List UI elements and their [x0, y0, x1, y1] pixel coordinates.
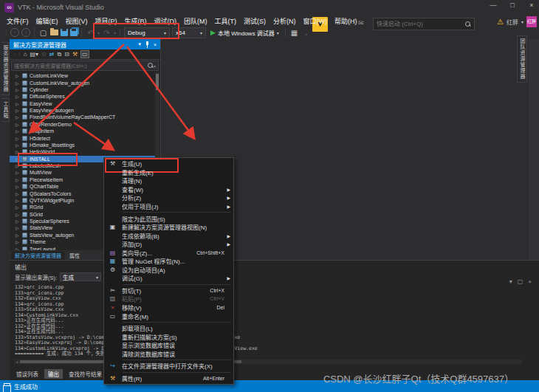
- tree-item[interactable]: ▷GraphItem: [10, 128, 155, 134]
- expander-icon[interactable]: ▷: [16, 184, 20, 189]
- output-source-dropdown[interactable]: 生成▾: [60, 272, 101, 281]
- tree-item[interactable]: ▷Cylinder: [10, 86, 155, 93]
- expander-icon[interactable]: ▷: [16, 101, 20, 106]
- expander-icon[interactable]: ▷: [16, 212, 20, 217]
- expander-icon[interactable]: ▷: [16, 191, 20, 196]
- expander-icon[interactable]: ▷: [16, 149, 20, 154]
- solution-platforms-icon[interactable]: ▦: [289, 29, 299, 37]
- context-menu-item[interactable]: 限定为此范围(S): [104, 214, 233, 223]
- tool-window-tab[interactable]: 属性: [66, 251, 83, 260]
- user-name[interactable]: 红胖: [507, 18, 518, 26]
- refresh-icon[interactable]: ⧉: [58, 51, 62, 58]
- tree-item[interactable]: ▷H5detect: [10, 134, 155, 141]
- expander-icon[interactable]: ▷: [16, 198, 20, 203]
- save-icon[interactable]: [61, 29, 68, 36]
- context-menu-item[interactable]: ⚒生成(U): [104, 159, 233, 168]
- menu-bar-item[interactable]: 帮助(H): [331, 16, 361, 26]
- context-menu-item[interactable]: 清除浏览数据库错误: [104, 349, 233, 358]
- context-menu-item[interactable]: ▦管理 NuGet 程序包(N)...: [104, 257, 233, 266]
- solution-explorer-titlebar[interactable]: 解决方案资源管理器 ▾ ×: [10, 39, 160, 49]
- solution-search-box[interactable]: ▾: [11, 61, 159, 71]
- start-debugging-button[interactable]: ▶ 本地 Windows 调试器 ▾: [208, 29, 281, 37]
- redo-dropdown-icon[interactable]: ▾: [114, 30, 116, 35]
- platform-dropdown[interactable]: x64▾: [172, 27, 206, 38]
- forward-icon[interactable]: ◦: [18, 51, 21, 58]
- scroll-left-icon[interactable]: ◂: [14, 360, 20, 364]
- expander-icon[interactable]: ▷: [16, 122, 20, 127]
- minimize-button[interactable]: —: [489, 1, 498, 9]
- back-icon[interactable]: ◦: [13, 51, 16, 58]
- context-menu-item[interactable]: 仅用于项目(J)▶: [104, 202, 233, 211]
- tree-item[interactable]: ▷DiffuseSpheres: [10, 93, 155, 100]
- switch-views-icon[interactable]: ▤▾: [30, 51, 39, 58]
- expander-icon[interactable]: ▷: [16, 142, 20, 148]
- menu-bar-item[interactable]: 测试(S): [240, 16, 270, 26]
- expander-icon[interactable]: ▷: [16, 170, 20, 175]
- menu-bar-item[interactable]: 编辑(E): [32, 16, 62, 26]
- expander-icon[interactable]: ▷: [16, 239, 20, 244]
- expander-icon[interactable]: ▷: [16, 233, 20, 238]
- context-menu-item[interactable]: 重新生成(E): [104, 168, 233, 177]
- preview-selected-items-icon[interactable]: ▭: [80, 50, 89, 58]
- menu-bar-item[interactable]: 文件(F): [3, 16, 32, 26]
- new-project-icon[interactable]: ▢: [38, 29, 48, 37]
- menu-bar-item[interactable]: 调试(D): [151, 16, 181, 26]
- menu-bar-item[interactable]: 工具(T): [211, 16, 241, 26]
- menu-bar-item[interactable]: 生成(B): [121, 16, 151, 26]
- navigate-back-icon[interactable]: ‹: [10, 28, 19, 37]
- context-menu-item[interactable]: 添加(D)▶: [104, 240, 233, 249]
- expander-icon[interactable]: ▷: [16, 204, 20, 210]
- redo-icon[interactable]: ↷: [102, 29, 111, 37]
- context-menu-item[interactable]: 重新扫描解决方案(S): [104, 332, 233, 341]
- tree-item[interactable]: ▷EasyView_autogen: [10, 107, 155, 114]
- tree-item[interactable]: ▷HelloWorld: [10, 148, 155, 155]
- bottom-panel-tab[interactable]: 输出: [44, 369, 63, 379]
- window-position-icon[interactable]: ▾: [509, 278, 512, 285]
- configuration-dropdown[interactable]: Debug▾: [124, 27, 170, 38]
- context-menu-item[interactable]: ×移除(V)Del: [104, 303, 233, 312]
- expander-icon[interactable]: ▷: [16, 114, 20, 120]
- context-menu-item[interactable]: 生成依赖项(B)▶: [104, 231, 233, 240]
- solution-search-input[interactable]: [14, 63, 148, 69]
- context-menu-item[interactable]: ⚙设为启动项目(A): [104, 266, 233, 275]
- expander-icon[interactable]: ▷: [16, 136, 20, 141]
- collapse-all-icon[interactable]: ⊟: [64, 51, 69, 58]
- pin-icon[interactable]: [145, 41, 149, 48]
- context-menu-item[interactable]: ↪在文件资源管理器中打开文件夹(X): [104, 362, 233, 371]
- context-menu-item[interactable]: ▣新建解决方案资源管理器视图(N): [104, 223, 233, 232]
- undo-icon[interactable]: ↶: [86, 29, 95, 37]
- output-log[interactable]: 132>qrc_icons.cpp133>qrc_icons.cpp132>Ea…: [15, 285, 524, 358]
- tab-team-explorer[interactable]: 团队资源管理器: [517, 35, 527, 83]
- menu-bar-item[interactable]: 窗口(W): [300, 16, 332, 26]
- output-horizontal-scrollbar[interactable]: ◂: [14, 360, 522, 364]
- pending-changes-filter-icon[interactable]: ⊙: [41, 51, 47, 58]
- sync-with-active-document-icon[interactable]: ⇄: [49, 51, 55, 58]
- tab-toolbox[interactable]: 工具箱: [1, 98, 10, 122]
- expander-icon[interactable]: ▷: [16, 87, 20, 92]
- search-options-icon[interactable]: ▾: [154, 63, 156, 69]
- expander-icon[interactable]: ▷: [16, 80, 20, 86]
- context-menu-item[interactable]: 调试(G)▶: [104, 274, 233, 283]
- context-menu-item[interactable]: ▤类向导(Z)...Ctrl+Shift+X: [104, 248, 233, 257]
- context-menu-item[interactable]: 卸载项目(L): [104, 324, 233, 333]
- warning-icon[interactable]: ⚠: [497, 18, 504, 26]
- expander-icon[interactable]: ▷: [16, 157, 20, 162]
- menu-bar-item[interactable]: 项目(P): [92, 16, 121, 26]
- context-menu-item[interactable]: ✂剪切(T)Ctrl+X: [104, 286, 233, 295]
- expander-icon[interactable]: ▷: [16, 108, 20, 113]
- close-button[interactable]: ×: [527, 1, 536, 9]
- expander-icon[interactable]: ▷: [16, 73, 20, 78]
- bottom-panel-tab[interactable]: 查找符号结果: [65, 369, 106, 379]
- tool-window-tab[interactable]: 解决方案资源管理器: [11, 251, 65, 260]
- tree-item[interactable]: ▷GPURenderDemo: [10, 121, 155, 128]
- context-menu-item[interactable]: 查看(W)▶: [104, 185, 233, 194]
- undo-dropdown-icon[interactable]: ▾: [97, 30, 100, 35]
- expander-icon[interactable]: ▷: [16, 163, 20, 168]
- properties-wrench-icon[interactable]: ⚒: [72, 51, 78, 58]
- toolbar-overflow-icon[interactable]: ⌄: [301, 29, 311, 37]
- context-menu-item[interactable]: ▭重命名(M): [104, 312, 233, 320]
- context-menu-item[interactable]: ⚒属性(R)Alt+Enter: [104, 374, 233, 383]
- menu-bar-item[interactable]: 分析(N): [270, 16, 300, 26]
- open-folder-icon[interactable]: [50, 30, 58, 35]
- navigate-forward-icon[interactable]: ›: [21, 28, 30, 37]
